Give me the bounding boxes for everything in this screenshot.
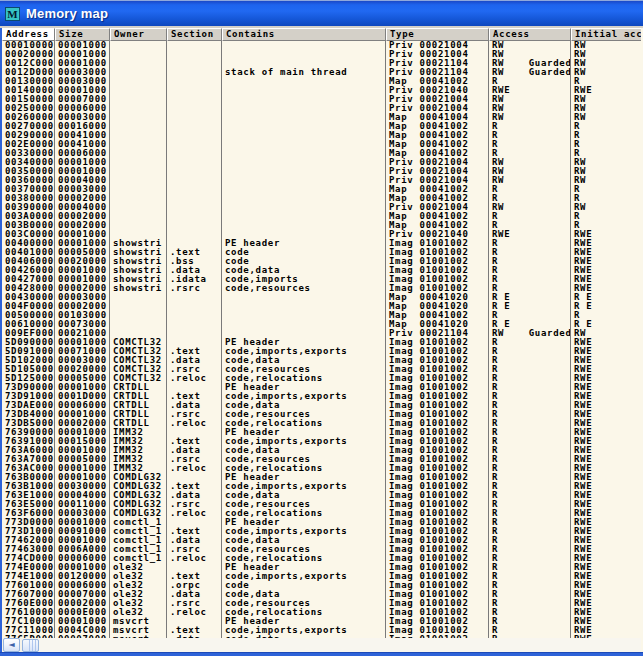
table-row[interactable]: 5D10500000020000COMCTL32.rsrccode,resour… xyxy=(2,365,641,374)
table-row[interactable]: 5D12500000005000COMCTL32.reloccode,reloc… xyxy=(2,374,641,383)
table-row[interactable]: 0026000000003000Map 00041004RWRW xyxy=(2,113,641,122)
column-header-section[interactable]: Section xyxy=(167,28,222,41)
column-header-address[interactable]: Address xyxy=(2,28,55,41)
table-row[interactable]: 763B100000030000COMDLG32.textcode,import… xyxy=(2,482,641,491)
table-row[interactable]: 7760700000007000ole32.datacode,dataImag … xyxy=(2,590,641,599)
cell-size: 00004000 xyxy=(55,203,110,212)
table-row[interactable]: 0038000000002000Map 00041002RR xyxy=(2,194,641,203)
cell-address: 00426000 xyxy=(2,266,55,275)
cell-type: Imag 01001002 xyxy=(386,563,489,572)
table-row[interactable]: 776100000000E000ole32.reloccode,relocati… xyxy=(2,608,641,617)
table-row[interactable]: 763E500000011000COMDLG32.rsrccode,resour… xyxy=(2,500,641,509)
table-row[interactable]: 0040100000005000showstri.textcodeImag 01… xyxy=(2,248,641,257)
table-row[interactable]: 5D09100000071000COMCTL32.textcode,import… xyxy=(2,347,641,356)
table-row[interactable]: 7746200000001000comctl_1.datacode,dataIm… xyxy=(2,536,641,545)
table-row[interactable]: 774E000000001000ole32PE headerImag 01001… xyxy=(2,563,641,572)
cell-address: 5D105000 xyxy=(2,365,55,374)
cell-access: RW xyxy=(489,50,571,59)
table-row[interactable]: 77C110000004C000msvcrt.textcode,imports,… xyxy=(2,626,641,635)
cell-address: 77610000 xyxy=(2,608,55,617)
cell-initial_access: RWE xyxy=(571,347,641,356)
memory-table-body[interactable]: 0001000000001000Priv 00021004RWRW0002000… xyxy=(2,41,641,638)
cell-owner xyxy=(110,41,167,50)
table-row[interactable]: 7760E00000002000ole32.rsrccode,resources… xyxy=(2,599,641,608)
table-row[interactable]: 002E000000041000Map 00041002RR xyxy=(2,140,641,149)
scrollbar-thumb[interactable] xyxy=(22,639,39,652)
table-row[interactable]: 73DB500000002000CRTDLL.reloccode,relocat… xyxy=(2,419,641,428)
table-row[interactable]: 763B000000001000COMDLG32PE headerImag 01… xyxy=(2,473,641,482)
table-row[interactable]: 0042800000002000showstri.rsrccode,resour… xyxy=(2,284,641,293)
table-row[interactable]: 0033000000006000Map 00041002RR xyxy=(2,149,641,158)
table-row[interactable]: 0042700000001000showstri.idatacode,impor… xyxy=(2,275,641,284)
table-row[interactable]: 773D100000091000comctl_1.textcode,import… xyxy=(2,527,641,536)
table-row[interactable]: 003A000000002000Map 00041002RR xyxy=(2,212,641,221)
column-header-type[interactable]: Type xyxy=(386,28,489,41)
table-row[interactable]: 0043000000003000Map 00041020R ER E xyxy=(2,293,641,302)
table-row[interactable]: 7639000000001000IMM32PE headerImag 01001… xyxy=(2,428,641,437)
table-row[interactable]: 0034000000001000Priv 00021004RWRW xyxy=(2,158,641,167)
table-row[interactable]: 763F600000003000COMDLG32.reloccode,reloc… xyxy=(2,509,641,518)
table-row[interactable]: 0013000000003000Map 00041002RR xyxy=(2,77,641,86)
table-row[interactable]: 0012C00000001000Priv 00021104RW GuardedR… xyxy=(2,59,641,68)
cell-contains: code,data xyxy=(222,356,386,365)
cell-section: .reloc xyxy=(167,554,222,563)
table-row[interactable]: 773D000000001000comctl_1PE headerImag 01… xyxy=(2,518,641,527)
scroll-left-button[interactable]: ◄ xyxy=(3,638,20,652)
table-row[interactable]: 763A700000005000IMM32.rsrccode,resources… xyxy=(2,455,641,464)
table-row[interactable]: 009EF00000021000Priv 00021104RW GuardedR… xyxy=(2,329,641,338)
table-row[interactable]: 0002000000001000Priv 00021004RWRW xyxy=(2,50,641,59)
scrollbar-track[interactable] xyxy=(39,638,641,652)
table-row[interactable]: 0042600000001000showstri.datacode,dataIm… xyxy=(2,266,641,275)
table-row[interactable]: 5D10200000003000COMCTL32.datacode,dataIm… xyxy=(2,356,641,365)
table-row[interactable]: 0025000000006000Priv 00021004RWRW xyxy=(2,104,641,113)
column-header-access[interactable]: Access xyxy=(489,28,571,41)
table-row[interactable]: 003C000000001000Priv 00021040RWERWE xyxy=(2,230,641,239)
table-row[interactable]: 7760100000006000ole32.orpccodeImag 01001… xyxy=(2,581,641,590)
column-header-owner[interactable]: Owner xyxy=(110,28,167,41)
table-row[interactable]: 0015000000007000Priv 00021004RWRW xyxy=(2,95,641,104)
table-row[interactable]: 0012D00000003000stack of main threadPriv… xyxy=(2,68,641,77)
column-header-size[interactable]: Size xyxy=(55,28,110,41)
horizontal-scrollbar[interactable]: ◄ xyxy=(2,638,641,652)
cell-size: 00005000 xyxy=(55,455,110,464)
table-row[interactable]: 0040600000020000showstri.bsscodeImag 010… xyxy=(2,257,641,266)
cell-access: RW xyxy=(489,41,571,50)
table-row[interactable]: 73DB400000001000CRTDLL.rsrccode,resource… xyxy=(2,410,641,419)
cell-contains: PE header xyxy=(222,617,386,626)
table-row[interactable]: 73DAE00000006000CRTDLL.datacode,dataImag… xyxy=(2,401,641,410)
table-row[interactable]: 004F000000002000Map 00041020R ER E xyxy=(2,302,641,311)
table-row[interactable]: 774CD00000006000comctl_1.reloccode,reloc… xyxy=(2,554,641,563)
table-row[interactable]: 763AC00000001000IMM32.reloccode,relocati… xyxy=(2,464,641,473)
table-row[interactable]: 003B000000002000Map 00041002RR xyxy=(2,221,641,230)
table-row[interactable]: 0037000000003000Map 00041002RR xyxy=(2,185,641,194)
table-row[interactable]: 7639100000015000IMM32.textcode,imports,e… xyxy=(2,437,641,446)
table-row[interactable]: 0061000000073000Map 00041020R ER E xyxy=(2,320,641,329)
cell-address: 00428000 xyxy=(2,284,55,293)
table-row[interactable]: 774E100000120000ole32.textcode,imports,e… xyxy=(2,572,641,581)
table-row[interactable]: 763A600000001000IMM32.datacode,dataImag … xyxy=(2,446,641,455)
cell-address: 763A6000 xyxy=(2,446,55,455)
table-row[interactable]: 774630000006A000comctl_1.rsrccode,resour… xyxy=(2,545,641,554)
table-row[interactable]: 0001000000001000Priv 00021004RWRW xyxy=(2,41,641,50)
table-row[interactable]: 77C1000000001000msvcrtPE headerImag 0100… xyxy=(2,617,641,626)
table-row[interactable]: 5D09000000001000COMCTL32PE headerImag 01… xyxy=(2,338,641,347)
cell-owner xyxy=(110,203,167,212)
table-row[interactable]: 0014000000001000Priv 00021040RWERWE xyxy=(2,86,641,95)
title-bar[interactable]: M Memory map xyxy=(0,0,643,26)
table-row[interactable]: 0029000000041000Map 00041002RR xyxy=(2,131,641,140)
table-row[interactable]: 73D910000001D000CRTDLL.textcode,imports,… xyxy=(2,392,641,401)
column-header-contains[interactable]: Contains xyxy=(222,28,386,41)
table-row[interactable]: 73D9000000001000CRTDLLPE headerImag 0100… xyxy=(2,383,641,392)
cell-owner: showstri xyxy=(110,239,167,248)
column-header-initial_access[interactable]: Initial acc xyxy=(571,28,641,41)
cell-access: R xyxy=(489,338,571,347)
table-row[interactable]: 0036000000004000Priv 00021004RWRW xyxy=(2,176,641,185)
table-row[interactable]: 0027000000016000Map 00041002RR xyxy=(2,122,641,131)
table-row[interactable]: 0050000000103000Map 00041002RR xyxy=(2,311,641,320)
cell-initial_access: RW xyxy=(571,158,641,167)
cell-section xyxy=(167,122,222,131)
table-row[interactable]: 0039000000004000Priv 00021004RWRW xyxy=(2,203,641,212)
table-row[interactable]: 0035000000001000Priv 00021004RWRW xyxy=(2,167,641,176)
table-row[interactable]: 763E100000004000COMDLG32.datacode,dataIm… xyxy=(2,491,641,500)
table-row[interactable]: 0040000000001000showstriPE headerImag 01… xyxy=(2,239,641,248)
